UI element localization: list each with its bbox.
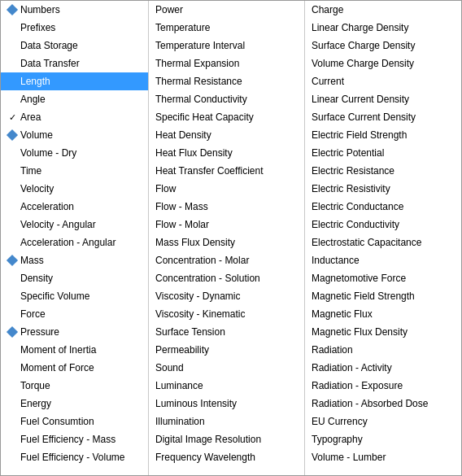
list-item-heat-density[interactable]: Heat Density — [149, 126, 304, 144]
sidebar-item-prefixes[interactable]: Prefixes — [1, 19, 148, 37]
list-item-electric-conductance[interactable]: Electric Conductance — [305, 198, 461, 216]
list-item-typography[interactable]: Typography — [305, 430, 461, 448]
sidebar-item-fuel-efficiency-mass[interactable]: Fuel Efficiency - Mass — [1, 430, 148, 448]
list-item-linear-current-density[interactable]: Linear Current Density — [305, 90, 461, 108]
list-item-surface-charge-density[interactable]: Surface Charge Density — [305, 37, 461, 55]
item-label: Specific Heat Capacity — [155, 111, 254, 123]
list-item-volume-lumber[interactable]: Volume - Lumber — [305, 448, 461, 466]
item-label: Flow - Molar — [155, 219, 209, 230]
empty-icon — [6, 21, 19, 34]
list-item-viscosity-kinematic[interactable]: Viscosity - Kinematic — [149, 305, 304, 323]
list-item-magnetic-flux[interactable]: Magnetic Flux — [305, 305, 461, 323]
list-item-flow[interactable]: Flow — [149, 180, 304, 198]
list-item-frequency-wavelength[interactable]: Frequency Wavelength — [149, 448, 304, 466]
sidebar-item-volume-dry[interactable]: Volume - Dry — [1, 144, 148, 162]
list-item-electric-conductivity[interactable]: Electric Conductivity — [305, 216, 461, 234]
item-label: Illumination — [155, 416, 205, 427]
list-item-radiation-absorbed-dose[interactable]: Radiation - Absorbed Dose — [305, 395, 461, 413]
item-label: Magnetic Flux — [312, 308, 373, 320]
list-item-eu-currency[interactable]: EU Currency — [305, 413, 461, 430]
sidebar-item-velocity[interactable]: Velocity — [1, 180, 148, 198]
list-item-electrostatic-capacitance[interactable]: Electrostatic Capacitance — [305, 234, 461, 251]
sidebar-item-acceleration-angular[interactable]: Acceleration - Angular — [1, 234, 148, 251]
empty-icon — [6, 182, 19, 195]
item-label: Viscosity - Kinematic — [155, 308, 245, 320]
sidebar-item-length[interactable]: Length — [1, 72, 148, 90]
item-label: Volume — [20, 129, 53, 141]
list-item-current[interactable]: Current — [305, 72, 461, 90]
sidebar-item-volume[interactable]: Volume — [1, 126, 148, 144]
list-item-power[interactable]: Power — [149, 1, 304, 19]
list-item-inductance[interactable]: Inductance — [305, 251, 461, 269]
item-label: Acceleration - Angular — [20, 237, 116, 248]
list-item-electric-resistance[interactable]: Electric Resistance — [305, 162, 461, 180]
sidebar-item-density[interactable]: Density — [1, 269, 148, 287]
item-label: Concentration - Solution — [155, 273, 260, 284]
item-label: Electric Resistivity — [312, 183, 390, 194]
list-item-temperature-interval[interactable]: Temperature Interval — [149, 37, 304, 55]
sidebar-item-pressure[interactable]: Pressure — [1, 323, 148, 341]
list-item-digital-image-resolution[interactable]: Digital Image Resolution — [149, 430, 304, 448]
list-item-luminous-intensity[interactable]: Luminous Intensity — [149, 395, 304, 413]
sidebar-item-moment-of-inertia[interactable]: Moment of Inertia — [1, 341, 148, 359]
sidebar-item-specific-volume[interactable]: Specific Volume — [1, 287, 148, 305]
list-item-radiation[interactable]: Radiation — [305, 341, 461, 359]
list-item-magnetic-flux-density[interactable]: Magnetic Flux Density — [305, 323, 461, 341]
list-item-radiation-activity[interactable]: Radiation - Activity — [305, 359, 461, 377]
item-label: Electrostatic Capacitance — [312, 237, 421, 248]
sidebar-item-fuel-consumption[interactable]: Fuel Consumtion — [1, 413, 148, 430]
item-label: Angle — [20, 94, 46, 105]
sidebar-item-fuel-efficiency-volume[interactable]: Fuel Efficiency - Volume — [1, 448, 148, 466]
item-label: Magnetic Field Strength — [312, 290, 415, 302]
item-label: Pressure — [20, 326, 59, 338]
list-item-specific-heat-capacity[interactable]: Specific Heat Capacity — [149, 108, 304, 126]
list-item-concentration-molar[interactable]: Concentration - Molar — [149, 251, 304, 269]
list-item-volume-charge-density[interactable]: Volume Charge Density — [305, 55, 461, 72]
list-item-thermal-resistance[interactable]: Thermal Resistance — [149, 72, 304, 90]
sidebar-item-acceleration[interactable]: Acceleration — [1, 198, 148, 216]
item-label: Torque — [20, 380, 50, 391]
list-item-magnetic-field-strength[interactable]: Magnetic Field Strength — [305, 287, 461, 305]
list-item-concentration-solution[interactable]: Concentration - Solution — [149, 269, 304, 287]
list-item-heat-flux-density[interactable]: Heat Flux Density — [149, 144, 304, 162]
list-item-permeability[interactable]: Permeability — [149, 341, 304, 359]
list-item-flow-mass[interactable]: Flow - Mass — [149, 198, 304, 216]
list-item-illumination[interactable]: Illumination — [149, 413, 304, 430]
sidebar-item-data-storage[interactable]: Data Storage — [1, 37, 148, 55]
list-item-electric-field-strength[interactable]: Electric Field Strength — [305, 126, 461, 144]
list-item-linear-charge-density[interactable]: Linear Charge Density — [305, 19, 461, 37]
sidebar-item-force[interactable]: Force — [1, 305, 148, 323]
list-item-surface-tension[interactable]: Surface Tension — [149, 323, 304, 341]
sidebar-item-data-transfer[interactable]: Data Transfer — [1, 55, 148, 72]
list-item-surface-current-density[interactable]: Surface Current Density — [305, 108, 461, 126]
sidebar-item-mass[interactable]: Mass — [1, 251, 148, 269]
list-item-charge[interactable]: Charge — [305, 1, 461, 19]
empty-icon — [6, 379, 19, 392]
list-item-electric-potential[interactable]: Electric Potential — [305, 144, 461, 162]
list-item-sound[interactable]: Sound — [149, 359, 304, 377]
sidebar-item-angle[interactable]: Angle — [1, 90, 148, 108]
list-item-magnetomotive-force[interactable]: Magnetomotive Force — [305, 269, 461, 287]
sidebar-item-torque[interactable]: Torque — [1, 377, 148, 395]
sidebar-item-energy[interactable]: Energy — [1, 395, 148, 413]
column-2: PowerTemperatureTemperature IntervalTher… — [149, 1, 305, 475]
sidebar-item-velocity-angular[interactable]: Velocity - Angular — [1, 216, 148, 234]
sidebar-item-area[interactable]: ✓Area — [1, 108, 148, 126]
list-item-heat-transfer-coefficient[interactable]: Heat Transfer Coefficient — [149, 162, 304, 180]
list-item-electric-resistivity[interactable]: Electric Resistivity — [305, 180, 461, 198]
sidebar-item-numbers[interactable]: Numbers — [1, 1, 148, 19]
empty-icon — [6, 290, 19, 303]
list-item-viscosity-dynamic[interactable]: Viscosity - Dynamic — [149, 287, 304, 305]
list-item-thermal-conductivity[interactable]: Thermal Conductivity — [149, 90, 304, 108]
sidebar-item-moment-of-force[interactable]: Moment of Force — [1, 359, 148, 377]
list-item-mass-flux-density[interactable]: Mass Flux Density — [149, 234, 304, 251]
list-item-luminance[interactable]: Luminance — [149, 377, 304, 395]
list-item-thermal-expansion[interactable]: Thermal Expansion — [149, 55, 304, 72]
list-item-temperature[interactable]: Temperature — [149, 19, 304, 37]
list-item-radiation-exposure[interactable]: Radiation - Exposure — [305, 377, 461, 395]
empty-icon — [6, 361, 19, 374]
item-label: Electric Potential — [312, 147, 384, 159]
list-item-flow-molar[interactable]: Flow - Molar — [149, 216, 304, 234]
item-label: Heat Flux Density — [155, 147, 233, 159]
sidebar-item-time[interactable]: Time — [1, 162, 148, 180]
